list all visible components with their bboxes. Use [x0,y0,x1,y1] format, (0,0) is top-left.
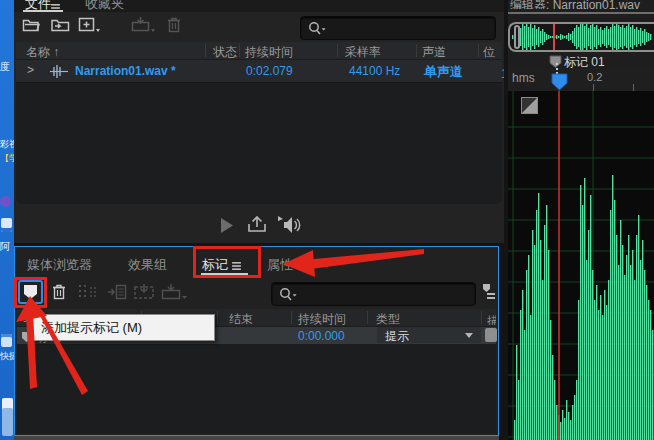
tooltip: 添加提示标记 (M) [32,314,215,341]
insert-into-playlist-icon[interactable] [107,284,127,304]
desktop-text-fragment: 阿 [0,240,10,254]
marker-row-duration: 0:00.000 [298,329,345,343]
desktop-icon[interactable] [2,398,13,436]
hud-gain-icon[interactable] [521,97,538,114]
col-header-type[interactable]: 类型 [376,311,400,328]
merge-markers-icon[interactable] [78,284,98,304]
file-name[interactable]: Narration01.wav * [75,64,176,78]
waveform-file-icon [50,64,68,82]
desktop-text-fragment: 快捷 [0,350,14,363]
ruler-tick [593,84,594,91]
files-panel: 文件 收藏夹 名称 ↑ 状态 [14,0,504,243]
col-header-description-clip: 描述 [487,311,496,325]
window-bottom-edge [14,436,499,440]
screen: 度 彩视 【学 阿 快捷 文件 收藏夹 [0,0,654,440]
desktop-background-strip: 度 彩视 【学 阿 快捷 [0,0,14,440]
file-bits: 16 [501,67,504,78]
col-header-channels[interactable]: 声道 [422,44,446,61]
marker-type-value: 提示 [385,328,409,345]
chevron-down-icon [465,333,473,338]
desktop-icon[interactable] [0,196,11,207]
delete-marker-icon[interactable] [51,283,67,305]
marker-list-options-icon[interactable] [479,283,497,304]
desktop-text-fragment: 彩视 [0,138,14,151]
import-file-icon[interactable] [50,17,71,37]
search-icon [279,287,301,305]
desktop-text-fragment: 【学 [0,152,14,165]
search-icon [308,21,330,39]
autoplay-loop-icon[interactable] [247,216,267,238]
new-item-icon[interactable] [78,16,102,38]
overview-waveform [510,24,652,50]
column-separator [478,44,479,57]
col-header-description[interactable]: 描述 [487,314,496,325]
file-bits-clip: 16 [501,64,504,78]
col-header-name[interactable]: 名称 ↑ [26,44,59,61]
export-audio-icon[interactable] [161,283,189,305]
row-expander-icon[interactable]: > [27,63,34,77]
editor-panel: 编辑器: Narration01.wav 标记 01 hms 0.2 [508,0,654,440]
marker-type-dropdown[interactable]: 提示 [377,327,481,343]
files-search-box[interactable] [300,16,496,40]
col-header-bits[interactable]: 位 [483,44,495,61]
column-separator [367,311,368,324]
open-file-icon[interactable] [22,17,43,37]
tooltip-text: 添加提示标记 (M) [33,320,142,335]
file-samplerate: 44100 Hz [349,64,400,78]
col-header-duration[interactable]: 持续时间 [245,44,293,61]
play-icon[interactable] [220,218,234,237]
cue-marker-flag-icon [21,329,32,347]
active-tab-underline [23,10,63,12]
column-separator [239,44,240,57]
main-waveform [508,91,654,440]
tab-effects-rack[interactable]: 效果组 [128,256,167,274]
column-separator [291,311,292,324]
markers-search-input[interactable] [302,284,472,304]
desktop-icon[interactable] [1,334,12,347]
desktop-text-fragment: 度 [0,60,10,74]
ruler-tick-label: 0.2 [587,71,602,83]
files-search-input[interactable] [331,18,493,38]
col-header-end[interactable]: 结束 [229,311,253,328]
editor-title-clip: 编辑器: Narration01.wav [510,0,654,9]
column-separator [205,44,206,57]
file-channels: 单声道 [424,63,463,81]
tab-media-browser[interactable]: 媒体浏览器 [27,256,92,274]
col-header-samplerate[interactable]: 采样率 [345,44,381,61]
sort-arrow-icon: ↑ [53,45,59,59]
export-range-markers-icon[interactable] [133,283,155,304]
col-header-duration[interactable]: 持续时间 [298,311,346,328]
col-header-status[interactable]: 状态 [213,44,237,61]
annotation-box-add-marker [14,277,47,308]
markers-search-box[interactable] [271,282,476,306]
editor-divider [508,12,654,14]
tab-favorites[interactable]: 收藏夹 [85,0,124,11]
column-separator [481,311,482,324]
column-separator [337,44,338,57]
speaker-icon[interactable] [277,216,302,238]
scrollbar-thumb[interactable] [485,328,497,342]
zoom-navigator[interactable] [508,22,654,52]
editor-title: 编辑器: Narration01.wav [510,0,640,9]
delete-icon[interactable] [166,16,182,38]
file-duration: 0:02.079 [246,64,293,78]
ruler-tick [633,84,634,91]
annotation-box-markers-tab [193,246,261,278]
navigator-left-handle[interactable] [514,25,520,49]
save-icon[interactable] [131,16,157,38]
waveform-display[interactable] [508,91,654,440]
column-separator [217,311,218,324]
desktop-icon[interactable] [1,218,12,232]
column-separator [416,44,417,57]
tab-properties[interactable]: 属性 [267,256,293,274]
ruler-unit: hms [512,71,535,85]
